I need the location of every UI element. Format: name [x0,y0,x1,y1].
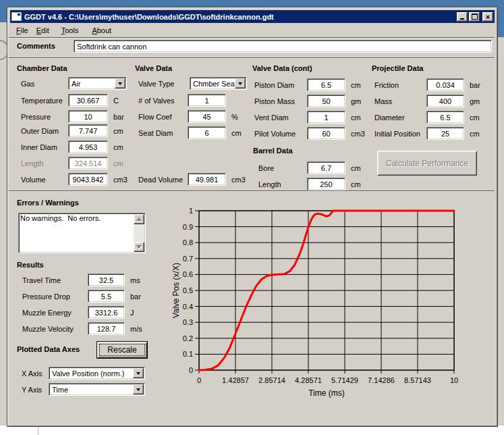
field-row: Muzzle Velocity m/s [22,322,142,335]
x-axis-select[interactable]: Valve Position (norm.) [49,367,145,380]
valve-type-select[interactable]: Chmber Seal [190,77,247,90]
desktop: { "titlebar": { "title": "GGDT v4.6 - C:… [0,0,504,435]
scroll-down-icon [136,245,142,249]
svg-text:8.57143: 8.57143 [404,376,431,384]
svg-text:0.2: 0.2 [183,334,193,342]
app-icon [11,12,22,21]
gas-select[interactable]: Air [68,77,127,90]
field-row: Length cm [258,178,361,190]
piston-mass-field[interactable] [307,95,345,107]
svg-text:0.8: 0.8 [183,238,193,247]
temperature-field[interactable] [68,94,108,107]
chevron-down-icon[interactable] [115,78,125,88]
field-row: Piston Mass gm [254,95,361,107]
svg-text:Time (ms): Time (ms) [308,388,345,398]
travel-time-field[interactable] [88,274,125,286]
calculate-performance-button[interactable]: Calculate Performance [377,151,477,176]
maximize-button[interactable] [469,12,480,22]
field-row: Pressure bar [21,110,124,123]
rescale-button[interactable]: Rescale [96,341,148,359]
menu-about[interactable]: About [88,25,115,36]
svg-text:4.28571: 4.28571 [295,376,322,384]
background-ring-fragment [0,40,7,60]
mass-field[interactable] [426,95,464,107]
results-header: Results [17,261,44,269]
svg-text:1.42857: 1.42857 [222,376,249,384]
comments-input[interactable] [74,40,492,53]
svg-text:5.71429: 5.71429 [331,376,358,384]
muzzle-energy-field[interactable] [88,306,125,319]
menu-edit[interactable]: Edit [32,25,53,36]
y-axis-select[interactable]: Time [49,383,145,396]
valve-position-chart: 01.428572.857144.285715.714297.142868.57… [163,200,480,406]
ggdt-window: GGDT v4.6 - C:\Users\mythuser\Downloads\… [7,7,498,427]
chart: 01.428572.857144.285715.714297.142868.57… [163,200,480,406]
scroll-up-button[interactable] [134,214,144,224]
svg-text:0.4: 0.4 [183,303,193,311]
field-row: Diameter cm [374,111,480,124]
vent-diam-field[interactable] [307,111,345,124]
initial-position-field[interactable] [426,127,464,140]
field-row: Outer Diam cm [21,124,123,137]
barrel-header: Barrel Data [253,147,293,155]
bore-field[interactable] [307,161,345,174]
field-row: Bore cm [258,161,361,174]
valve-header: Valve Data [135,64,172,72]
menu-file[interactable]: File [12,25,32,36]
titlebar[interactable]: GGDT v4.6 - C:\Users\mythuser\Downloads\… [10,10,495,23]
field-row: Vent Diam cm [254,111,361,124]
field-row: Muzzle Energy J [22,306,134,319]
field-row: Gas Air [21,77,127,90]
minimize-button[interactable] [457,12,468,22]
length-field-disabled [68,157,108,170]
field-row: Flow Coef % [138,110,238,123]
chevron-down-icon[interactable] [133,368,144,378]
background-window-left [0,22,7,426]
svg-text:0.1: 0.1 [183,350,193,358]
svg-text:Valve Pos (x/X): Valve Pos (x/X) [171,263,181,318]
scroll-up-icon [136,218,142,221]
muzzle-velocity-field[interactable] [88,322,125,335]
svg-text:0.9: 0.9 [183,223,193,231]
svg-text:0: 0 [197,376,201,384]
background-window-right [497,37,504,426]
comments-label: Comments [17,42,55,50]
svg-text:0.3: 0.3 [183,318,193,326]
pressure-field[interactable] [68,110,108,123]
scrollbar[interactable] [134,214,144,252]
errors-textarea[interactable]: No warnings. No errors. [18,213,146,253]
flow-coef-field[interactable] [188,110,226,123]
num-valves-field[interactable] [188,94,226,107]
field-row: Inner Diam cm [21,140,123,153]
separator-comments [9,57,495,58]
svg-text:10: 10 [450,376,458,384]
piston-diam-field[interactable] [307,78,345,91]
menu-tools[interactable]: Tools [57,25,83,36]
projectile-header: Projectile Data [372,64,423,72]
chamber-header: Chamber Data [17,64,67,72]
pressure-drop-field[interactable] [88,290,125,303]
window-title: GGDT v4.6 - C:\Users\mythuser\Downloads\… [24,13,455,21]
chevron-down-icon[interactable] [235,78,246,88]
menubar: File Edit Tools About [10,24,495,36]
outer-diam-field[interactable] [68,124,108,137]
friction-field[interactable] [426,78,464,91]
field-row: Piston Diam cm [254,78,361,91]
chevron-down-icon[interactable] [133,384,144,394]
dead-volume-field[interactable] [188,173,226,186]
field-row: Pilot Volume cm3 [254,127,365,140]
svg-text:0: 0 [189,366,193,374]
close-button[interactable]: × [482,12,493,22]
seat-diam-field[interactable] [188,126,226,139]
field-row: # of Valves [138,94,231,107]
volume-field[interactable] [68,173,108,186]
diameter-field[interactable] [426,111,464,124]
scroll-down-button[interactable] [134,242,144,252]
valve-cont-header: Valve Data (cont) [252,64,312,72]
errors-header: Errors / Warnings [17,199,79,207]
pilot-volume-field[interactable] [307,127,345,140]
barrel-length-field[interactable] [307,178,345,190]
svg-text:0.5: 0.5 [183,286,193,295]
field-row: Dead Volume cm3 [138,173,246,186]
inner-diam-field[interactable] [68,140,108,153]
